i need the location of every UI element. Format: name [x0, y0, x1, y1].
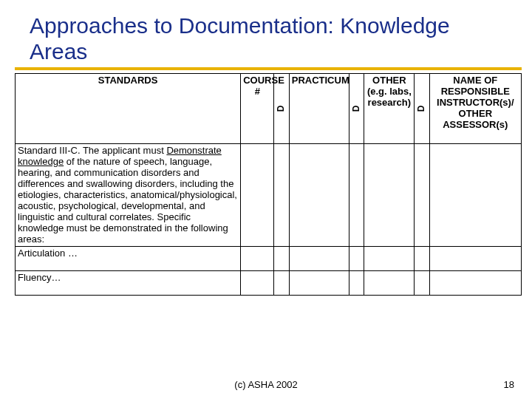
cell-empty: [241, 247, 274, 271]
cell-empty: [415, 247, 429, 271]
col-date-1-label: D: [276, 106, 287, 112]
cell-empty: [364, 271, 415, 296]
cell-empty: [241, 271, 274, 296]
cell-empty: [349, 271, 364, 296]
standards-table-wrap: STANDARDS COURSE # D PRACTICUM D OTHER (…: [15, 73, 522, 296]
cell-empty: [349, 144, 364, 247]
col-date-3: D: [415, 74, 429, 144]
col-date-2-label: D: [352, 106, 362, 112]
col-practicum: PRACTICUM: [289, 74, 349, 144]
table-row: Articulation …: [16, 247, 522, 271]
standard-iii-c-text: Standard III-C. The applicant must Demon…: [16, 144, 241, 247]
cell-empty: [429, 271, 521, 296]
cell-empty: [289, 271, 349, 296]
slide-title: Approaches to Documentation: Knowledge A…: [30, 13, 510, 64]
cell-empty: [415, 271, 429, 296]
row-fluency: Fluency…: [16, 271, 241, 296]
std-tail: of the nature of speech, language, heari…: [18, 156, 237, 245]
col-other: OTHER (e.g. labs, research): [364, 74, 415, 144]
col-date-3-label: D: [417, 106, 427, 112]
cell-empty: [429, 247, 521, 271]
col-standards: STANDARDS: [16, 74, 241, 144]
footer-page-number: 18: [504, 379, 514, 390]
table-row: Standard III-C. The applicant must Demon…: [16, 144, 522, 247]
col-date-1: D: [274, 74, 289, 144]
table-row: Fluency…: [16, 271, 522, 296]
col-course-num: COURSE #: [241, 74, 274, 144]
cell-empty: [289, 247, 349, 271]
slide: Approaches to Documentation: Knowledge A…: [0, 0, 532, 399]
cell-empty: [364, 247, 415, 271]
col-date-2: D: [349, 74, 364, 144]
cell-empty: [274, 247, 289, 271]
standards-table: STANDARDS COURSE # D PRACTICUM D OTHER (…: [15, 73, 522, 296]
row-articulation: Articulation …: [16, 247, 241, 271]
cell-empty: [429, 144, 521, 247]
col-responsible: NAME OF RESPONSIBLE INSTRUCTOR(s)/ OTHER…: [429, 74, 521, 144]
cell-empty: [274, 271, 289, 296]
title-area: Approaches to Documentation: Knowledge A…: [0, 0, 532, 73]
cell-empty: [274, 144, 289, 247]
cell-empty: [241, 144, 274, 247]
cell-empty: [364, 144, 415, 247]
cell-empty: [349, 247, 364, 271]
cell-empty: [415, 144, 429, 247]
std-lead: Standard III-C. The applicant must: [18, 145, 166, 156]
title-underline: [15, 67, 522, 70]
footer-credit: (c) ASHA 2002: [0, 379, 532, 390]
table-header-row: STANDARDS COURSE # D PRACTICUM D OTHER (…: [16, 74, 522, 144]
cell-empty: [289, 144, 349, 247]
